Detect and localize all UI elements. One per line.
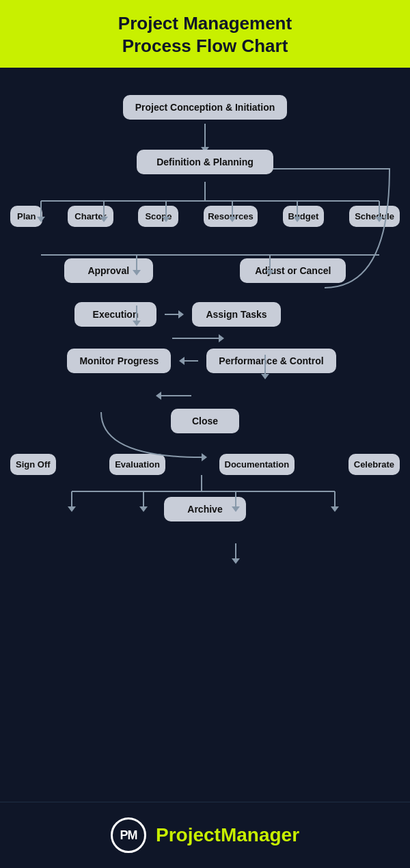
node-signoff: Sign Off: [10, 454, 56, 475]
node-adjust: Adjust or Cancel: [240, 258, 346, 283]
node-definition: Definition & Planning: [137, 150, 273, 174]
node-performance: Performance & Control: [206, 349, 336, 373]
node-plan: Plan: [10, 206, 42, 227]
svg-marker-24: [219, 334, 224, 342]
node-evaluation: Evaluation: [109, 454, 165, 475]
svg-marker-28: [156, 392, 161, 400]
node-monitor: Monitor Progress: [67, 349, 171, 373]
node-assign: Assign Tasks: [192, 302, 281, 327]
node-celebrate: Celebrate: [348, 454, 400, 475]
node-conception: Project Conception & Initiation: [123, 95, 288, 120]
node-archive: Archive: [164, 497, 246, 521]
page-title: Project Management Process Flow Chart: [14, 12, 396, 57]
node-schedule: Schedule: [349, 206, 400, 227]
node-budget: Budget: [283, 206, 325, 227]
node-execution: Execution: [74, 302, 156, 327]
svg-marker-26: [261, 374, 269, 379]
page-footer: PM ProjectManager: [0, 802, 410, 868]
node-documentation: Documentation: [219, 454, 295, 475]
node-scope: Scope: [138, 206, 178, 227]
node-close: Close: [171, 409, 239, 433]
flowchart-area: Project Conception & Initiation Definiti…: [0, 68, 410, 802]
node-charter: Charter: [68, 206, 113, 227]
page-header: Project Management Process Flow Chart: [0, 0, 410, 68]
brand-name: ProjectManager: [156, 824, 299, 846]
node-approval: Approval: [64, 258, 153, 283]
node-resources: Resources: [204, 206, 257, 227]
pm-logo-circle: PM: [111, 817, 146, 853]
svg-marker-42: [232, 558, 240, 564]
